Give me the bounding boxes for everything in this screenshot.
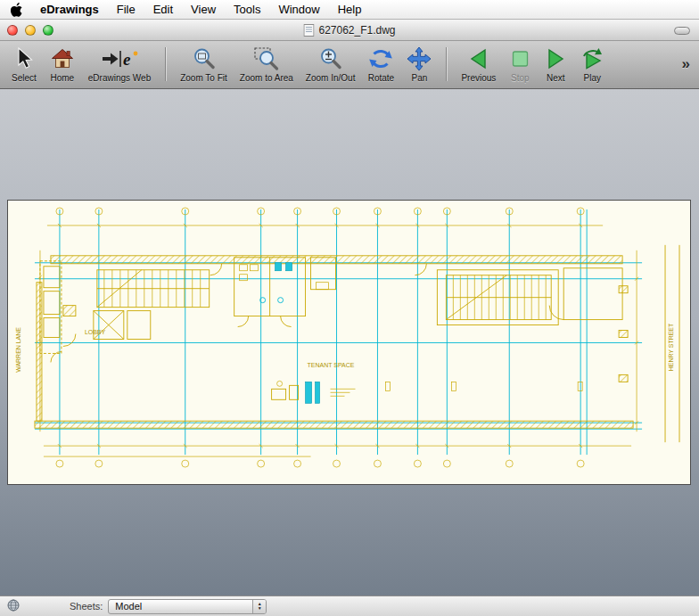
label-left-street: WARREN LANE	[15, 327, 21, 373]
zoom-to-fit-icon	[192, 45, 217, 72]
next-button[interactable]: Next	[538, 43, 573, 86]
menu-window[interactable]: Window	[278, 3, 319, 16]
toolbar-separator	[446, 47, 447, 81]
edrawings-web-button[interactable]: e eDrawings Web	[82, 43, 157, 86]
toolbar-toggle-button[interactable]	[674, 27, 690, 35]
menu-tools[interactable]: Tools	[234, 3, 260, 16]
rotate-button[interactable]: Rotate	[361, 43, 400, 86]
apple-icon	[11, 3, 22, 17]
close-button[interactable]	[7, 25, 18, 36]
zoom-to-fit-button[interactable]: Zoom To Fit	[174, 43, 234, 86]
zoom-button[interactable]	[43, 25, 53, 36]
window-titlebar[interactable]: 627062_F1.dwg	[0, 20, 699, 41]
menu-app-name[interactable]: eDrawings	[40, 3, 99, 16]
drawing-canvas[interactable]: LOBBY TENANT SPACE WARREN LANE HENRY STR…	[7, 200, 691, 485]
previous-button[interactable]: Previous	[455, 43, 502, 86]
play-icon	[580, 45, 604, 72]
zoom-to-area-icon	[253, 45, 280, 72]
select-cursor-icon	[13, 45, 35, 72]
sheets-label: Sheets:	[70, 601, 103, 612]
apple-menu[interactable]	[11, 3, 22, 17]
floor-plan-drawing: LOBBY TENANT SPACE WARREN LANE HENRY STR…	[8, 201, 690, 484]
menu-file[interactable]: File	[117, 3, 136, 16]
select-button[interactable]: Select	[5, 43, 43, 86]
sheet-selector[interactable]: Model ▲ ▼	[108, 599, 267, 614]
pan-icon	[407, 45, 432, 72]
zoom-in-out-button[interactable]: Zoom In/Out	[300, 43, 362, 86]
menu-help[interactable]: Help	[338, 3, 362, 16]
sheet-selector-stepper[interactable]: ▲ ▼	[252, 600, 266, 613]
chevron-down-icon: ▼	[258, 606, 262, 611]
minimize-button[interactable]	[25, 25, 36, 36]
toolbar-overflow-chevrons[interactable]: »	[678, 55, 694, 73]
menu-view[interactable]: View	[191, 3, 216, 16]
window-title: 627062_F1.dwg	[303, 20, 395, 41]
rotate-icon	[367, 45, 394, 72]
toolbar-separator	[165, 47, 166, 81]
previous-icon	[467, 45, 490, 72]
document-icon	[303, 24, 314, 37]
screen: eDrawings File Edit View Tools Window He…	[0, 0, 699, 616]
zoom-in-out-icon	[318, 45, 343, 72]
sheet-selector-value: Model	[115, 601, 142, 612]
svg-text:e: e	[123, 50, 131, 69]
toolbar: Select Home e e	[0, 41, 699, 89]
window-title-text: 627062_F1.dwg	[318, 24, 395, 37]
edrawings-web-icon: e	[100, 45, 139, 72]
window-controls	[7, 25, 53, 36]
menu-edit[interactable]: Edit	[153, 3, 173, 16]
label-tenant-space: TENANT SPACE	[308, 362, 355, 368]
zoom-to-area-button[interactable]: Zoom to Area	[234, 43, 300, 86]
home-button[interactable]: Home	[43, 43, 82, 86]
globe-icon	[7, 599, 20, 613]
label-right-street: HENRY STREET	[668, 323, 674, 371]
home-icon	[49, 45, 76, 72]
pan-button[interactable]: Pan	[400, 43, 438, 86]
drawing-viewport: LOBBY TENANT SPACE WARREN LANE HENRY STR…	[0, 89, 699, 595]
next-icon	[544, 45, 567, 72]
statusbar: Sheets: Model ▲ ▼	[0, 595, 699, 616]
stop-button[interactable]: Stop	[502, 43, 538, 86]
menubar: eDrawings File Edit View Tools Window He…	[0, 0, 699, 20]
stop-icon	[508, 45, 531, 72]
play-button[interactable]: Play	[573, 43, 611, 86]
label-lobby: LOBBY	[85, 329, 106, 335]
